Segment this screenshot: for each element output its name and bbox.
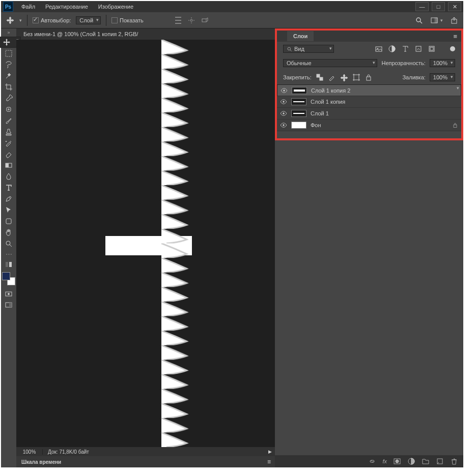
zoom-value[interactable]: 100% bbox=[16, 449, 43, 455]
window-minimize[interactable]: — bbox=[415, 2, 429, 11]
layer-thumb bbox=[292, 87, 307, 94]
layer-mask-icon[interactable] bbox=[393, 457, 401, 465]
lock-icon[interactable] bbox=[452, 122, 458, 128]
svg-rect-9 bbox=[6, 163, 9, 167]
lock-transparent-icon[interactable] bbox=[316, 73, 324, 81]
search-icon[interactable] bbox=[415, 16, 423, 24]
filter-toggle[interactable] bbox=[450, 46, 455, 51]
eraser-tool[interactable] bbox=[2, 149, 15, 160]
visibility-icon[interactable] bbox=[281, 88, 288, 93]
lock-position-icon[interactable] bbox=[340, 73, 348, 81]
delete-layer-icon[interactable] bbox=[450, 457, 458, 465]
filter-type-icon[interactable] bbox=[401, 45, 409, 53]
window-close[interactable]: ✕ bbox=[448, 2, 461, 11]
magic-wand-tool[interactable] bbox=[2, 70, 15, 81]
menu-file[interactable]: Файл bbox=[16, 2, 40, 11]
adjustment-layer-icon[interactable] bbox=[407, 457, 415, 465]
show-checkbox[interactable] bbox=[111, 17, 118, 23]
gradient-tool[interactable] bbox=[2, 160, 15, 171]
workspace-icon[interactable] bbox=[430, 16, 438, 24]
autoselect-label: Автовыбор: bbox=[41, 17, 71, 23]
type-tool[interactable] bbox=[2, 182, 15, 193]
window-maximize[interactable]: □ bbox=[432, 2, 445, 11]
svg-point-15 bbox=[8, 293, 10, 295]
link-layers-icon[interactable] bbox=[368, 457, 376, 465]
fill-value[interactable]: 100% bbox=[430, 73, 455, 81]
svg-rect-13 bbox=[9, 262, 12, 267]
options-bar: ▾ Автовыбор: Слой Показать ▾ bbox=[1, 12, 463, 28]
visibility-icon[interactable] bbox=[280, 123, 287, 128]
filter-pixel-icon[interactable] bbox=[375, 45, 383, 53]
path-select-tool[interactable] bbox=[2, 204, 15, 216]
menu-edit[interactable]: Редактирование bbox=[40, 2, 93, 11]
eyedropper-tool[interactable] bbox=[2, 93, 15, 104]
tool-more-icon[interactable]: ⋯ bbox=[6, 250, 12, 258]
svg-rect-17 bbox=[9, 303, 12, 307]
canvas[interactable] bbox=[16, 40, 275, 447]
layer-name[interactable]: Слой 1 копия bbox=[311, 99, 345, 105]
lock-artboard-icon[interactable] bbox=[352, 73, 360, 81]
visibility-icon[interactable] bbox=[280, 99, 287, 104]
status-more-icon[interactable]: ▶ bbox=[268, 449, 272, 454]
blend-mode-select[interactable]: Обычные bbox=[283, 59, 377, 67]
layer-name[interactable]: Слой 1 bbox=[311, 110, 329, 116]
document-tab[interactable]: Без имени-1 @ 100% (Слой 1 копия 2, RGB/ bbox=[16, 28, 275, 40]
new-layer-icon[interactable] bbox=[436, 457, 444, 465]
edit-toolbar[interactable] bbox=[2, 259, 15, 270]
workspace-dropdown-icon[interactable]: ▾ bbox=[440, 18, 443, 23]
color-swatches[interactable] bbox=[2, 272, 15, 285]
history-brush-tool[interactable] bbox=[2, 137, 15, 149]
3d-mode-icon[interactable] bbox=[201, 16, 209, 24]
hand-tool[interactable] bbox=[2, 227, 15, 238]
autoselect-checkbox[interactable] bbox=[33, 17, 39, 23]
marquee-tool[interactable] bbox=[2, 48, 15, 59]
stamp-tool[interactable] bbox=[2, 126, 15, 137]
lock-paint-icon[interactable] bbox=[328, 73, 336, 81]
distribute-icon[interactable] bbox=[187, 16, 195, 24]
visibility-icon[interactable] bbox=[280, 111, 287, 116]
svg-rect-10 bbox=[6, 219, 11, 224]
layers-tab[interactable]: Слои bbox=[287, 31, 314, 41]
lasso-tool[interactable] bbox=[2, 59, 15, 70]
zoom-tool[interactable] bbox=[2, 238, 15, 249]
blur-tool[interactable] bbox=[2, 171, 15, 182]
svg-point-36 bbox=[396, 460, 399, 463]
timeline-menu-icon[interactable]: ≡ bbox=[267, 458, 271, 465]
new-group-icon[interactable] bbox=[422, 457, 430, 465]
svg-rect-6 bbox=[6, 50, 12, 56]
share-icon[interactable] bbox=[450, 16, 458, 24]
opacity-value[interactable]: 100% bbox=[430, 59, 455, 67]
autoselect-target-select[interactable]: Слой bbox=[76, 16, 101, 24]
svg-point-32 bbox=[283, 112, 284, 114]
align-icon[interactable] bbox=[174, 16, 182, 24]
svg-rect-29 bbox=[367, 77, 371, 80]
filter-adjust-icon[interactable] bbox=[388, 45, 396, 53]
crop-tool[interactable] bbox=[2, 81, 15, 93]
quick-mask-tool[interactable] bbox=[2, 288, 15, 300]
tool-palette-expander[interactable]: » bbox=[6, 29, 11, 36]
dropdown-icon[interactable]: ▾ bbox=[19, 18, 22, 23]
layer-name[interactable]: Слой 1 копия 2 bbox=[311, 87, 350, 94]
brush-tool[interactable] bbox=[2, 115, 15, 126]
layer-row[interactable]: Слой 1 копия bbox=[277, 96, 461, 108]
filter-smart-icon[interactable] bbox=[428, 45, 436, 53]
menu-image[interactable]: Изображение bbox=[93, 2, 138, 11]
healing-tool[interactable] bbox=[2, 104, 15, 115]
svg-rect-25 bbox=[430, 47, 433, 50]
layer-row[interactable]: Слой 1 bbox=[277, 108, 461, 120]
pen-tool[interactable] bbox=[2, 193, 15, 204]
layer-thumb bbox=[291, 110, 306, 117]
layer-row[interactable]: Слой 1 копия 2 bbox=[277, 84, 461, 96]
layer-kind-select[interactable]: Вид bbox=[283, 45, 334, 53]
lock-label: Закрепить: bbox=[283, 74, 312, 80]
layer-name[interactable]: Фон bbox=[311, 122, 321, 128]
shape-tool[interactable] bbox=[2, 216, 15, 227]
lock-all-icon[interactable] bbox=[365, 73, 373, 81]
screen-mode-tool[interactable] bbox=[2, 300, 15, 311]
layer-row[interactable]: Фон bbox=[277, 120, 461, 131]
show-label: Показать bbox=[120, 17, 144, 23]
layer-fx-icon[interactable]: fx bbox=[382, 458, 387, 464]
layers-menu-icon[interactable]: ≡ bbox=[453, 33, 457, 40]
timeline-tab[interactable]: Шкала времени bbox=[16, 457, 66, 467]
filter-shape-icon[interactable] bbox=[414, 45, 423, 53]
